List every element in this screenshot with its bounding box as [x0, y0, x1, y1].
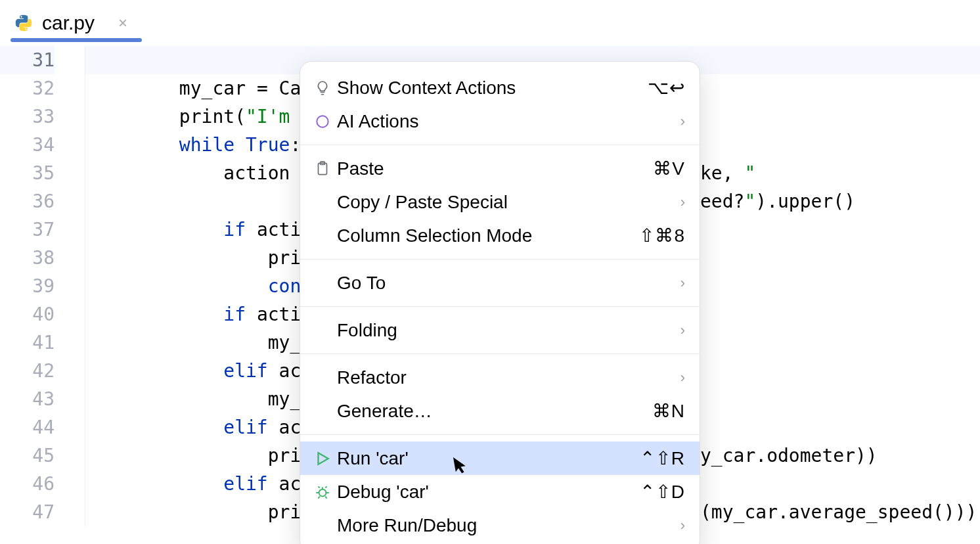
menu-item-ai-actions[interactable]: AI Actions›: [300, 104, 700, 138]
menu-label: Paste: [337, 158, 653, 179]
line-number: 47: [0, 498, 55, 526]
menu-shortcut: ⌘V: [653, 158, 685, 179]
line-number: 31: [0, 46, 55, 74]
line-number: 41: [0, 329, 55, 357]
chevron-right-icon: ›: [680, 369, 685, 386]
chevron-right-icon: ›: [680, 275, 685, 292]
tab-underline: [11, 38, 142, 42]
menu-separator: [300, 145, 700, 145]
menu-label: Column Selection Mode: [337, 225, 639, 246]
menu-shortcut: ⌥↩: [648, 77, 685, 99]
line-number: 39: [0, 272, 55, 300]
menu-item-debug-car[interactable]: Debug 'car'⌃⇧D: [300, 475, 700, 509]
line-number: 33: [0, 102, 55, 131]
menu-label: Refactor: [337, 367, 680, 388]
chevron-right-icon: ›: [680, 194, 685, 211]
menu-separator: [300, 353, 700, 354]
menu-item-copy-paste-special[interactable]: Copy / Paste Special›: [300, 185, 700, 219]
line-number: 44: [0, 413, 55, 442]
menu-shortcut: ⌃⇧R: [640, 447, 685, 469]
ai-icon: [311, 113, 334, 130]
menu-shortcut: ⌘N: [652, 400, 685, 422]
menu-label: Run 'car': [337, 448, 640, 469]
tab-filename: car.py: [42, 12, 95, 34]
line-number: 42: [0, 357, 55, 385]
chevron-right-icon: ›: [680, 113, 685, 130]
paste-icon: [311, 160, 334, 177]
menu-item-folding[interactable]: Folding›: [300, 313, 700, 347]
menu-item-show-context-actions[interactable]: Show Context Actions⌥↩: [300, 71, 700, 104]
menu-label: More Run/Debug: [337, 515, 680, 536]
menu-item-run-car[interactable]: Run 'car'⌃⇧R: [300, 442, 700, 475]
menu-label: Folding: [337, 320, 680, 341]
menu-item-generate[interactable]: Generate…⌘N: [300, 394, 700, 428]
menu-item-go-to[interactable]: Go To›: [300, 266, 700, 300]
menu-label: Generate…: [337, 401, 652, 422]
menu-separator: [300, 259, 700, 260]
editor-tab[interactable]: car.py ×: [11, 7, 130, 39]
svg-point-2: [319, 489, 326, 496]
menu-item-more-run-debug[interactable]: More Run/Debug›: [300, 509, 700, 542]
menu-label: Debug 'car': [337, 482, 640, 503]
python-icon: [13, 12, 34, 34]
menu-label: AI Actions: [337, 111, 680, 132]
menu-shortcut: ⇧⌘8: [639, 225, 685, 246]
menu-item-refactor[interactable]: Refactor›: [300, 361, 700, 394]
line-number: 46: [0, 470, 55, 498]
menu-shortcut: ⌃⇧D: [640, 481, 685, 503]
line-number: 43: [0, 385, 55, 413]
line-number: 38: [0, 244, 55, 272]
line-number: 34: [0, 131, 55, 159]
menu-label: Show Context Actions: [337, 78, 648, 99]
chevron-right-icon: ›: [680, 517, 685, 534]
line-number: 32: [0, 74, 55, 102]
menu-item-paste[interactable]: Paste⌘V: [300, 152, 700, 185]
line-number: 37: [0, 215, 55, 244]
menu-label: Go To: [337, 273, 680, 294]
close-icon[interactable]: ×: [118, 14, 127, 32]
menu-item-column-selection-mode[interactable]: Column Selection Mode⇧⌘8: [300, 219, 700, 252]
menu-label: Copy / Paste Special: [337, 192, 680, 213]
bulb-icon: [311, 79, 334, 97]
line-number: 45: [0, 442, 55, 470]
line-number-gutter: 3132333435363738394041424344454647: [0, 46, 85, 526]
line-number: 36: [0, 187, 55, 215]
line-number: 40: [0, 300, 55, 329]
menu-separator: [300, 306, 700, 307]
context-menu: Show Context Actions⌥↩AI Actions›Paste⌘V…: [300, 61, 700, 544]
tab-bar: car.py ×: [0, 0, 980, 46]
run-icon: [311, 450, 334, 467]
debug-icon: [311, 484, 334, 501]
menu-separator: [300, 434, 700, 435]
chevron-right-icon: ›: [680, 322, 685, 339]
line-number: 35: [0, 159, 55, 187]
